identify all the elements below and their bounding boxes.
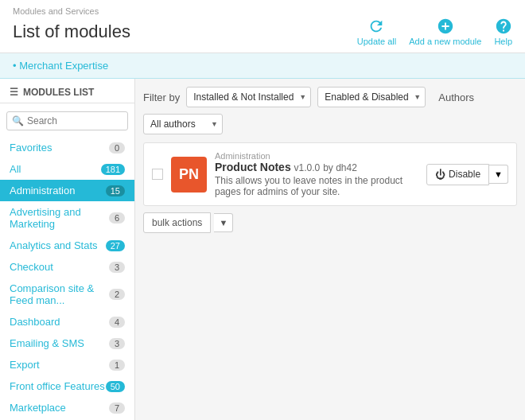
sidebar-item-label: All: [10, 163, 101, 175]
sidebar-item-label: Dashboard: [10, 316, 109, 328]
disable-label: Disable: [449, 169, 480, 180]
sidebar-header-label: MODULES LIST: [23, 87, 94, 98]
sidebar-item-all[interactable]: All181: [0, 158, 134, 180]
sidebar-item-badge: 3: [109, 338, 125, 349]
sidebar-item-favorites[interactable]: Favorites0: [0, 137, 134, 158]
bulk-actions-label: bulk actions: [152, 217, 202, 228]
authors-filter[interactable]: All authors: [143, 114, 223, 134]
status-filter-wrapper[interactable]: Enabled & Disabled: [317, 87, 426, 107]
sidebar-item-label: Marketplace: [10, 402, 109, 414]
disable-dropdown-button[interactable]: ▼: [489, 165, 508, 184]
disable-icon: ⏻: [435, 169, 445, 181]
authors-filter-wrapper[interactable]: All authors: [143, 114, 223, 134]
sidebar-item-advertising[interactable]: Advertising and Marketing6: [0, 201, 134, 235]
module-info: Administration Product Notes v1.0.0 by d…: [215, 151, 418, 197]
sidebar-item-label: Advertising and Marketing: [10, 206, 109, 230]
search-icon: 🔍: [12, 115, 24, 126]
module-actions: ⏻ Disable ▼: [426, 164, 508, 185]
module-category: Administration: [215, 151, 418, 161]
sidebar-item-label: Emailing & SMS: [10, 337, 109, 349]
sidebar-item-label: Front office Features: [10, 380, 106, 392]
module-name: Product Notes v1.0.0 by dh42: [215, 161, 418, 173]
sidebar-item-badge: 3: [109, 262, 125, 273]
sidebar-item-emailing[interactable]: Emailing & SMS3: [0, 332, 134, 354]
sidebar-item-badge: 7: [109, 402, 125, 414]
merchant-bar-text: Merchant Expertise: [19, 60, 108, 72]
header-actions: Update all Add a new module Help: [357, 18, 512, 46]
sidebar-item-badge: 2: [109, 289, 125, 300]
status-filter[interactable]: Enabled & Disabled: [317, 87, 426, 107]
refresh-icon: [368, 18, 385, 35]
add-module-label: Add a new module: [409, 37, 481, 46]
sidebar-items-list: Favorites0All181Administration15Advertis…: [0, 137, 134, 420]
sidebar-item-front-office[interactable]: Front office Features50: [0, 375, 134, 397]
sidebar-item-export[interactable]: Export1: [0, 354, 134, 375]
content-area: ☰ MODULES LIST 🔍 Favorites0All181Adminis…: [0, 79, 525, 420]
search-box[interactable]: 🔍: [6, 111, 128, 130]
authors-label: Authors: [438, 91, 474, 103]
module-logo-initials: PN: [179, 166, 199, 183]
plus-icon: [437, 18, 454, 35]
module-checkbox[interactable]: [152, 169, 163, 180]
help-label: Help: [494, 37, 512, 46]
sidebar-item-label: Administration: [10, 185, 106, 196]
bulk-actions: bulk actions ▼: [143, 212, 517, 233]
filter-bar: Filter by Installed & Not Installed Enab…: [143, 87, 517, 134]
sidebar-item-dashboard[interactable]: Dashboard4: [0, 311, 134, 332]
search-input[interactable]: [27, 115, 122, 126]
bulk-actions-dropdown[interactable]: ▼: [214, 213, 233, 232]
sidebar-item-badge: 4: [109, 317, 125, 328]
sidebar-item-marketplace[interactable]: Marketplace7: [0, 397, 134, 418]
sidebar-item-badge: 0: [109, 142, 125, 154]
help-button[interactable]: Help: [494, 18, 512, 46]
sidebar: ☰ MODULES LIST 🔍 Favorites0All181Adminis…: [0, 79, 135, 420]
page-title: List of modules: [13, 21, 130, 42]
sidebar-item-label: Analytics and Stats: [10, 239, 106, 251]
list-icon: ☰: [10, 87, 18, 98]
install-filter-wrapper[interactable]: Installed & Not Installed: [186, 87, 311, 107]
help-icon: [495, 18, 512, 35]
sidebar-item-badge: 50: [106, 381, 125, 392]
sidebar-item-badge: 15: [106, 185, 125, 196]
update-all-button[interactable]: Update all: [357, 18, 397, 46]
sidebar-item-badge: 6: [109, 212, 125, 224]
add-module-button[interactable]: Add a new module: [409, 18, 481, 46]
sidebar-header: ☰ MODULES LIST: [0, 79, 134, 103]
disable-button[interactable]: ⏻ Disable: [426, 164, 489, 185]
sidebar-item-badge: 1: [109, 360, 125, 371]
merchant-bar[interactable]: Merchant Expertise: [0, 53, 525, 79]
bulk-actions-button[interactable]: bulk actions: [143, 212, 211, 233]
sidebar-item-label: Favorites: [10, 142, 109, 154]
sidebar-item-administration[interactable]: Administration15: [0, 180, 134, 201]
module-logo: PN: [171, 157, 207, 192]
filter-by-label: Filter by: [143, 91, 180, 103]
main-content: Filter by Installed & Not Installed Enab…: [135, 79, 525, 420]
sidebar-item-label: Export: [10, 359, 109, 371]
update-all-label: Update all: [357, 37, 397, 46]
header: Modules and Services List of modules Upd…: [0, 0, 525, 53]
sidebar-item-label: Comparison site & Feed man...: [10, 282, 109, 306]
breadcrumb: Modules and Services: [13, 6, 512, 16]
sidebar-item-analytics[interactable]: Analytics and Stats27: [0, 235, 134, 256]
sidebar-item-comparison[interactable]: Comparison site & Feed man...2: [0, 278, 134, 311]
sidebar-item-label: Checkout: [10, 261, 109, 273]
sidebar-item-checkout[interactable]: Checkout3: [0, 256, 134, 278]
sidebar-item-badge: 181: [101, 164, 125, 175]
module-version: v1.0.0: [294, 162, 321, 173]
module-description: This allows you to leave notes in the pr…: [215, 175, 418, 197]
module-card: PN Administration Product Notes v1.0.0 b…: [143, 142, 517, 206]
module-author: by dh42: [323, 162, 357, 173]
sidebar-item-badge: 27: [106, 240, 125, 251]
install-filter[interactable]: Installed & Not Installed: [186, 87, 311, 107]
